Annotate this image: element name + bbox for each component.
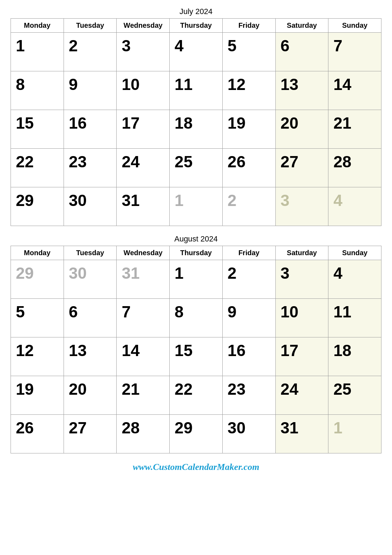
calendar-day: 18	[170, 110, 223, 149]
calendar-day: 14	[328, 71, 381, 110]
calendar-day: 7	[328, 33, 381, 71]
calendar-day: 10	[275, 299, 328, 337]
calendar-day: 28	[117, 415, 170, 453]
calendar-day: 15	[11, 110, 64, 149]
calendar-day: 10	[117, 71, 170, 110]
calendar-day: 4	[328, 187, 381, 226]
calendar-day: 27	[64, 415, 117, 453]
table-row: 2930311234	[11, 187, 381, 226]
calendar-day: 12	[11, 337, 64, 376]
col-header-sunday: Sunday	[328, 19, 381, 33]
table-row: 19202122232425	[11, 376, 381, 415]
col-header-friday: Friday	[222, 19, 275, 33]
calendar-day: 19	[222, 110, 275, 149]
table-row: 891011121314	[11, 71, 381, 110]
calendar-day: 1	[328, 415, 381, 453]
august-title: August 2024	[11, 234, 381, 244]
table-row: 567891011	[11, 299, 381, 337]
col-header-monday: Monday	[11, 246, 64, 260]
calendar-day: 22	[170, 376, 223, 415]
calendar-day: 29	[11, 187, 64, 226]
table-row: 1234567	[11, 33, 381, 71]
calendar-day: 29	[170, 415, 223, 453]
calendar-day: 1	[11, 33, 64, 71]
col-header-wednesday: Wednesday	[117, 246, 170, 260]
calendar-day: 21	[328, 110, 381, 149]
calendar-day: 4	[170, 33, 223, 71]
calendar-day: 5	[11, 299, 64, 337]
july-body: 1234567891011121314151617181920212223242…	[11, 33, 381, 226]
august-calendar: August 2024 MondayTuesdayWednesdayThursd…	[11, 234, 381, 453]
calendar-day: 24	[117, 149, 170, 187]
july-table: MondayTuesdayWednesdayThursdayFridaySatu…	[11, 18, 381, 226]
july-calendar: July 2024 MondayTuesdayWednesdayThursday…	[11, 7, 381, 226]
calendar-day: 26	[222, 149, 275, 187]
calendar-day: 8	[11, 71, 64, 110]
col-header-thursday: Thursday	[170, 246, 223, 260]
calendar-day: 12	[222, 71, 275, 110]
col-header-monday: Monday	[11, 19, 64, 33]
col-header-tuesday: Tuesday	[64, 19, 117, 33]
col-header-saturday: Saturday	[275, 246, 328, 260]
calendar-day: 1	[170, 187, 223, 226]
calendar-day: 2	[64, 33, 117, 71]
calendar-day: 18	[328, 337, 381, 376]
calendar-day: 16	[222, 337, 275, 376]
calendar-day: 27	[275, 149, 328, 187]
calendar-day: 28	[328, 149, 381, 187]
calendar-day: 31	[275, 415, 328, 453]
calendar-day: 13	[275, 71, 328, 110]
calendar-day: 22	[11, 149, 64, 187]
table-row: 15161718192021	[11, 110, 381, 149]
calendar-day: 30	[64, 187, 117, 226]
calendar-day: 20	[275, 110, 328, 149]
col-header-wednesday: Wednesday	[117, 19, 170, 33]
calendar-day: 11	[328, 299, 381, 337]
table-row: 22232425262728	[11, 149, 381, 187]
table-row: 12131415161718	[11, 337, 381, 376]
col-header-tuesday: Tuesday	[64, 246, 117, 260]
calendar-day: 20	[64, 376, 117, 415]
calendar-day: 16	[64, 110, 117, 149]
calendar-day: 1	[170, 260, 223, 299]
calendar-day: 9	[222, 299, 275, 337]
table-row: 2930311234	[11, 260, 381, 299]
calendar-day: 25	[328, 376, 381, 415]
calendar-day: 17	[275, 337, 328, 376]
calendar-day: 3	[117, 33, 170, 71]
col-header-friday: Friday	[222, 246, 275, 260]
calendar-day: 2	[222, 187, 275, 226]
august-body: 2930311234567891011121314151617181920212…	[11, 260, 381, 453]
calendar-day: 15	[170, 337, 223, 376]
calendar-day: 19	[11, 376, 64, 415]
calendar-day: 3	[275, 260, 328, 299]
calendar-day: 21	[117, 376, 170, 415]
calendar-day: 29	[11, 260, 64, 299]
july-title: July 2024	[11, 7, 381, 16]
calendar-day: 31	[117, 260, 170, 299]
calendar-day: 31	[117, 187, 170, 226]
calendar-day: 13	[64, 337, 117, 376]
footer-link[interactable]: www.CustomCalendarMaker.com	[11, 462, 381, 472]
calendar-day: 3	[275, 187, 328, 226]
july-header-row: MondayTuesdayWednesdayThursdayFridaySatu…	[11, 19, 381, 33]
calendar-day: 30	[64, 260, 117, 299]
calendar-day: 14	[117, 337, 170, 376]
calendar-day: 9	[64, 71, 117, 110]
table-row: 2627282930311	[11, 415, 381, 453]
calendar-day: 26	[11, 415, 64, 453]
calendar-day: 30	[222, 415, 275, 453]
calendar-day: 25	[170, 149, 223, 187]
august-header-row: MondayTuesdayWednesdayThursdayFridaySatu…	[11, 246, 381, 260]
col-header-sunday: Sunday	[328, 246, 381, 260]
calendar-day: 23	[64, 149, 117, 187]
calendar-day: 6	[64, 299, 117, 337]
august-table: MondayTuesdayWednesdayThursdayFridaySatu…	[11, 246, 381, 453]
col-header-saturday: Saturday	[275, 19, 328, 33]
calendar-day: 8	[170, 299, 223, 337]
calendar-day: 24	[275, 376, 328, 415]
calendar-day: 4	[328, 260, 381, 299]
calendar-day: 2	[222, 260, 275, 299]
calendar-day: 23	[222, 376, 275, 415]
calendar-day: 11	[170, 71, 223, 110]
